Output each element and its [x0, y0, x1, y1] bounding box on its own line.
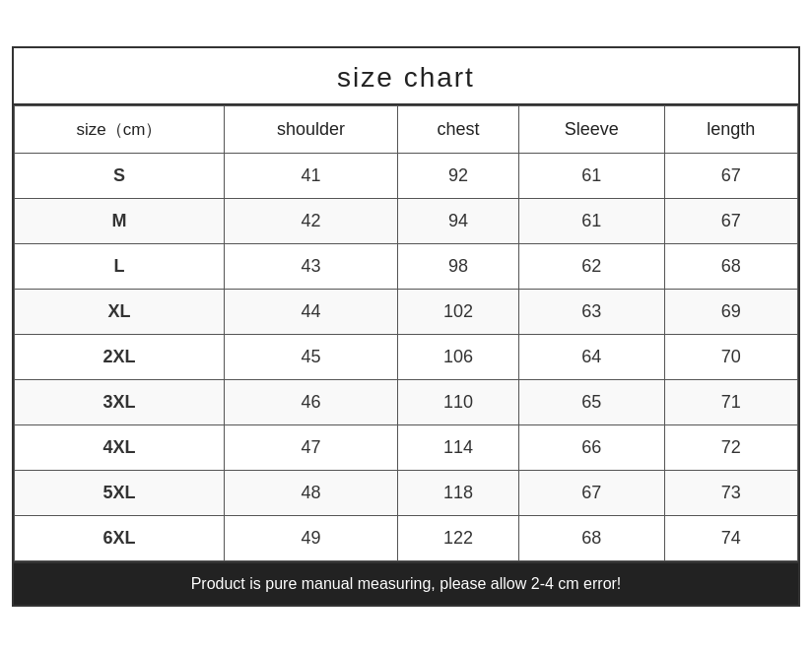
col-chest-header: chest: [398, 105, 519, 153]
cell-length: 69: [664, 289, 797, 334]
size-table: size（cm） shoulder chest Sleeve length S4…: [14, 105, 798, 561]
cell-length: 72: [664, 424, 797, 470]
cell-chest: 98: [398, 243, 519, 289]
table-body: S41926167M42946167L43986268XL4410263692X…: [15, 153, 798, 560]
cell-size: XL: [15, 289, 225, 334]
cell-size: M: [15, 198, 225, 243]
col-shoulder-header: shoulder: [224, 105, 397, 153]
col-size-header: size（cm）: [15, 105, 225, 153]
cell-length: 68: [664, 243, 797, 289]
cell-sleeve: 65: [519, 379, 665, 424]
col-length-header: length: [664, 105, 797, 153]
cell-size: S: [15, 153, 225, 198]
footer-note: Product is pure manual measuring, please…: [14, 561, 798, 605]
table-row: XL441026369: [15, 289, 798, 334]
cell-sleeve: 61: [519, 198, 665, 243]
cell-length: 67: [664, 198, 797, 243]
cell-size: 4XL: [15, 424, 225, 470]
chart-title-row: size chart: [14, 48, 798, 105]
cell-sleeve: 64: [519, 334, 665, 379]
table-row: 5XL481186773: [15, 470, 798, 515]
cell-size: L: [15, 243, 225, 289]
table-row: M42946167: [15, 198, 798, 243]
cell-chest: 102: [398, 289, 519, 334]
cell-sleeve: 62: [519, 243, 665, 289]
cell-sleeve: 63: [519, 289, 665, 334]
cell-chest: 114: [398, 424, 519, 470]
cell-shoulder: 46: [224, 379, 397, 424]
cell-chest: 118: [398, 470, 519, 515]
cell-chest: 92: [398, 153, 519, 198]
table-row: 4XL471146672: [15, 424, 798, 470]
cell-shoulder: 43: [224, 243, 397, 289]
cell-shoulder: 48: [224, 470, 397, 515]
col-sleeve-header: Sleeve: [519, 105, 665, 153]
table-row: 6XL491226874: [15, 515, 798, 560]
cell-chest: 94: [398, 198, 519, 243]
cell-sleeve: 67: [519, 470, 665, 515]
table-row: 3XL461106571: [15, 379, 798, 424]
cell-length: 67: [664, 153, 797, 198]
cell-sleeve: 66: [519, 424, 665, 470]
table-row: S41926167: [15, 153, 798, 198]
table-header-row: size（cm） shoulder chest Sleeve length: [15, 105, 798, 153]
cell-length: 73: [664, 470, 797, 515]
cell-chest: 106: [398, 334, 519, 379]
size-chart-container: size chart size（cm） shoulder chest Sleev…: [12, 46, 800, 607]
cell-size: 3XL: [15, 379, 225, 424]
cell-size: 2XL: [15, 334, 225, 379]
table-row: L43986268: [15, 243, 798, 289]
cell-shoulder: 47: [224, 424, 397, 470]
cell-shoulder: 45: [224, 334, 397, 379]
cell-length: 71: [664, 379, 797, 424]
cell-shoulder: 44: [224, 289, 397, 334]
cell-size: 6XL: [15, 515, 225, 560]
cell-size: 5XL: [15, 470, 225, 515]
cell-sleeve: 61: [519, 153, 665, 198]
cell-length: 74: [664, 515, 797, 560]
table-row: 2XL451066470: [15, 334, 798, 379]
cell-length: 70: [664, 334, 797, 379]
cell-shoulder: 42: [224, 198, 397, 243]
chart-title: size chart: [14, 62, 798, 94]
cell-shoulder: 41: [224, 153, 397, 198]
cell-chest: 122: [398, 515, 519, 560]
cell-chest: 110: [398, 379, 519, 424]
cell-shoulder: 49: [224, 515, 397, 560]
cell-sleeve: 68: [519, 515, 665, 560]
